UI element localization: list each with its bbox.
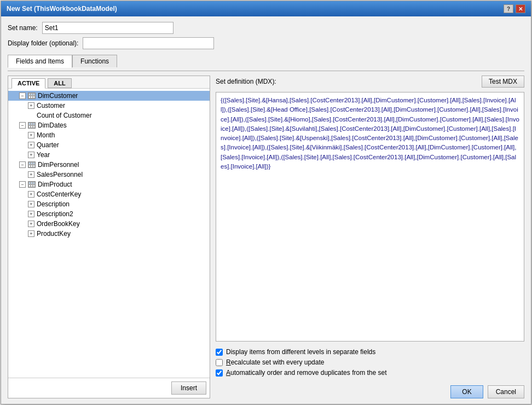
expand-year[interactable]: + (28, 152, 34, 158)
checkbox-auto-order[interactable] (216, 369, 223, 377)
checkboxes-area: Display items from different levels in s… (216, 348, 524, 377)
tree-item-orderbookkey[interactable]: + OrderBookKey (8, 219, 210, 229)
left-panel: ACTIVE ALL − DimCustomer (8, 76, 210, 398)
expand-costcenterkey[interactable]: + (28, 191, 34, 198)
set-name-label: Set name: (8, 24, 38, 32)
tree-label-dimcustomer: DimCustomer (38, 92, 78, 100)
insert-button[interactable]: Insert (171, 381, 206, 395)
tree-item-costcenterkey[interactable]: + CostCenterKey (8, 189, 210, 199)
checkbox-row-1: Recalculate set with every update (216, 358, 524, 366)
test-mdx-button[interactable]: Test MDX (482, 76, 524, 88)
tree-item-description[interactable]: + Description (8, 199, 210, 209)
title-bar: New Set (ThisWorkbookDataModel) ? ✕ (1, 1, 531, 16)
tree-item-quarter[interactable]: + Quarter (8, 140, 210, 150)
all-tab[interactable]: ALL (48, 78, 71, 88)
tree-item-description2[interactable]: + Description2 (8, 209, 210, 219)
tree-label-count-customer: Count of Customer (37, 112, 92, 119)
tree-label-description: Description (37, 200, 70, 208)
main-area: ACTIVE ALL − DimCustomer (8, 71, 524, 398)
active-tab[interactable]: ACTIVE (11, 78, 45, 89)
tree-item-count-customer[interactable]: Count of Customer (8, 111, 210, 120)
tree-label-dimproduct: DimProduct (38, 181, 72, 188)
expand-productkey[interactable]: + (28, 230, 34, 237)
help-button[interactable]: ? (504, 4, 513, 13)
tree-label-costcenterkey: CostCenterKey (37, 190, 81, 198)
tree-label-productkey: ProductKey (37, 230, 71, 238)
expand-month[interactable]: + (28, 132, 34, 138)
tree-item-customer[interactable]: + Customer (8, 101, 210, 111)
set-definition-label: Set definition (MDX): (216, 78, 276, 85)
expand-quarter[interactable]: + (28, 142, 34, 148)
checkbox-label-2: Automatically order and remove duplicate… (226, 369, 386, 377)
tabs-row: Fields and Items Functions (8, 55, 524, 67)
table-icon-dimpersonnel (28, 161, 36, 168)
expand-salespersonnel[interactable]: + (28, 171, 34, 178)
checkbox-separate-fields[interactable] (216, 349, 223, 356)
checkbox-label-1: Recalculate set with every update (226, 358, 324, 366)
ok-cancel-row: OK Cancel (216, 385, 524, 398)
mdx-content-box[interactable]: {([Sales].[Site].&[Hansa],[Sales].[CostC… (216, 92, 524, 342)
tree-label-dimpersonnel: DimPersonnel (38, 161, 79, 169)
tree-item-dimproduct[interactable]: − DimProduct (8, 180, 210, 189)
expand-description2[interactable]: + (28, 211, 34, 217)
tree-item-month[interactable]: + Month (8, 130, 210, 140)
tree-item-dimdates[interactable]: − DimDates (8, 120, 210, 130)
expand-dimcustomer[interactable]: − (19, 92, 26, 99)
tree-label-customer: Customer (37, 102, 65, 109)
checkbox-recalculate[interactable] (216, 359, 223, 366)
dialog-content: Set name: Display folder (optional): Fie… (1, 16, 531, 404)
right-panel: Set definition (MDX): Test MDX {([Sales]… (216, 76, 524, 398)
display-folder-row: Display folder (optional): (8, 37, 524, 49)
table-icon-dimcustomer (28, 92, 36, 99)
active-all-tabs: ACTIVE ALL (8, 76, 210, 89)
checkbox-row-0: Display items from different levels in s… (216, 348, 524, 356)
tree-label-month: Month (37, 131, 55, 139)
set-name-input[interactable] (42, 22, 174, 34)
checkbox-label-0: Display items from different levels in s… (226, 348, 375, 356)
ok-button[interactable]: OK (450, 385, 483, 398)
tree-item-dimcustomer[interactable]: − DimCustomer (8, 91, 210, 101)
tree-item-salespersonnel[interactable]: + SalesPersonnel (8, 170, 210, 180)
cancel-button[interactable]: Cancel (488, 385, 524, 398)
expand-dimdates[interactable]: − (19, 122, 26, 129)
tree-label-year: Year (37, 151, 50, 159)
dialog-title: New Set (ThisWorkbookDataModel) (7, 5, 117, 13)
tab-functions[interactable]: Functions (72, 55, 117, 67)
table-icon-dimdates (28, 122, 36, 129)
tree-container[interactable]: − DimCustomer + Customer Count (8, 89, 210, 378)
tree-label-salespersonnel: SalesPersonnel (37, 171, 83, 178)
tree-label-quarter: Quarter (37, 141, 59, 149)
checkbox-row-2: Automatically order and remove duplicate… (216, 369, 524, 377)
expand-dimproduct[interactable]: − (19, 181, 26, 188)
title-bar-buttons: ? ✕ (504, 4, 525, 13)
expand-description[interactable]: + (28, 201, 34, 207)
display-folder-label: Display folder (optional): (8, 39, 78, 47)
tree-item-productkey[interactable]: + ProductKey (8, 229, 210, 239)
tree-item-dimpersonnel[interactable]: − DimPersonnel (8, 160, 210, 170)
tree-item-year[interactable]: + Year (8, 150, 210, 160)
expand-customer[interactable]: + (28, 102, 34, 109)
tree-label-dimdates: DimDates (38, 121, 67, 129)
close-button[interactable]: ✕ (516, 4, 525, 13)
tree-label-orderbookkey: OrderBookKey (37, 220, 80, 228)
display-folder-input[interactable] (83, 37, 214, 49)
new-set-dialog: New Set (ThisWorkbookDataModel) ? ✕ Set … (1, 1, 531, 404)
tab-fields-items[interactable]: Fields and Items (8, 55, 72, 68)
table-icon-dimproduct (28, 181, 36, 188)
set-def-header: Set definition (MDX): Test MDX (216, 76, 524, 88)
expand-orderbookkey[interactable]: + (28, 221, 34, 227)
tree-label-description2: Description2 (37, 210, 73, 218)
set-name-row: Set name: (8, 22, 524, 34)
expand-dimpersonnel[interactable]: − (19, 161, 26, 168)
